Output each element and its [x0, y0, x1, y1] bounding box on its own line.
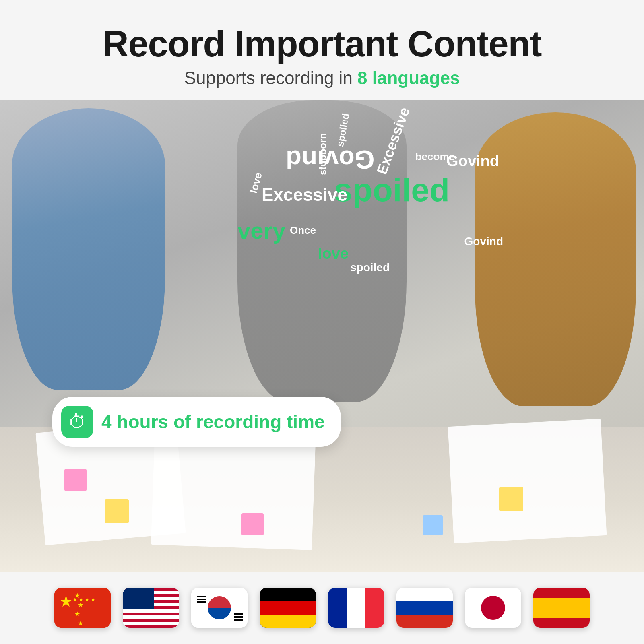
photo-section: spoiled Govind Govind become Excessive s… [0, 100, 644, 572]
flag-japan [465, 588, 521, 628]
table-surface [0, 427, 644, 572]
flag-russia [396, 588, 453, 628]
sticky-note-pink-1 [242, 513, 264, 535]
clock-emoji: ⏱ [68, 412, 86, 432]
sticky-note-yellow-1 [105, 499, 129, 523]
word-very: very [237, 217, 285, 244]
flag-spain [533, 588, 590, 628]
word-once: Once [290, 224, 316, 237]
badge-clock-icon: ⏱ [61, 406, 93, 438]
word-love: love [318, 245, 349, 262]
word-excessive: Excessive [262, 185, 347, 205]
word-govind-lower: Govind [464, 235, 503, 248]
subtitle: Supports recording in 8 languages [32, 68, 612, 88]
flag-germany [260, 588, 316, 628]
word-govind-rotated: Govind [286, 144, 374, 174]
word-cloud: spoiled Govind Govind become Excessive s… [237, 120, 519, 322]
paper-document-3 [448, 419, 607, 543]
flag-france [328, 588, 384, 628]
photo-background: spoiled Govind Govind become Excessive s… [0, 100, 644, 572]
word-stubborn: stubborn [317, 133, 328, 175]
word-become: become [415, 151, 455, 163]
main-title: Record Important Content [32, 24, 612, 64]
word-spoiled-large: spoiled [334, 171, 450, 209]
header-section: Record Important Content Supports record… [0, 0, 644, 100]
word-spoiled-small: spoiled [350, 261, 390, 274]
sticky-note-yellow-2 [499, 487, 523, 511]
recording-time-text: 4 hours of recording time [101, 411, 325, 433]
subtitle-highlight: 8 languages [357, 68, 460, 88]
subtitle-prefix: Supports recording in [184, 68, 357, 88]
sticky-note-blue-1 [423, 515, 443, 535]
flag-usa [123, 588, 179, 628]
flag-china: ★ ★ ★ ★ ★ [54, 588, 111, 628]
person-left [12, 108, 165, 390]
main-container: Record Important Content Supports record… [0, 0, 644, 644]
flag-korea [191, 588, 248, 628]
recording-badge: ⏱ 4 hours of recording time [52, 397, 341, 447]
flags-section: ★ ★ ★ ★ ★ [0, 572, 644, 644]
sticky-note-pink-2 [64, 469, 87, 491]
